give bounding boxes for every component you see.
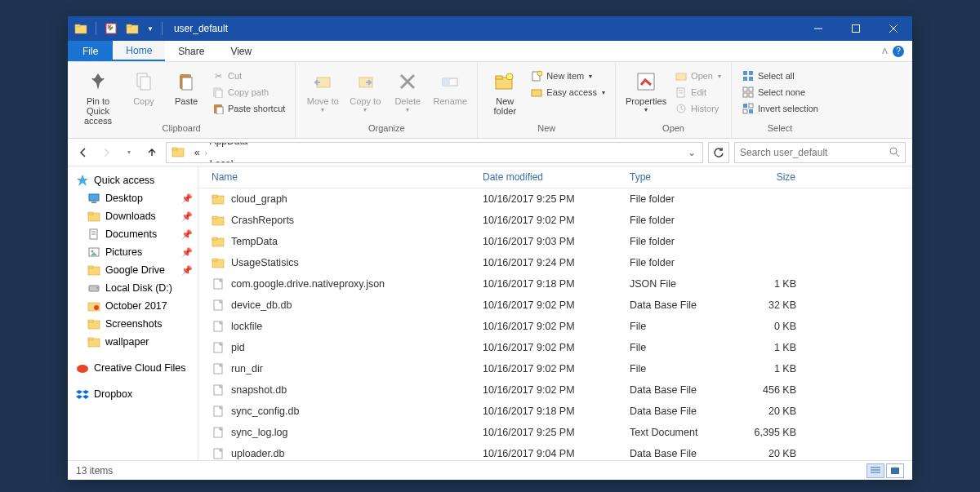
file-list[interactable]: Name Date modified Type Size cloud_graph… — [198, 166, 912, 460]
file-name: TempData — [231, 236, 278, 247]
invert-selection-button[interactable]: Invert selection — [740, 101, 820, 116]
file-type: File folder — [623, 255, 729, 271]
paste-shortcut-button[interactable]: Paste shortcut — [210, 101, 287, 116]
new-item-button[interactable]: New item▾ — [528, 69, 607, 83]
breadcrumb-dropdown-icon[interactable]: ⌄ — [683, 147, 701, 158]
maximize-button[interactable] — [837, 16, 875, 41]
sidebar-item[interactable]: Downloads📌 — [68, 207, 198, 225]
nav-back-button[interactable] — [74, 144, 92, 162]
column-header-date[interactable]: Date modified — [476, 166, 623, 188]
new-folder-button[interactable]: New folder — [486, 67, 523, 116]
file-icon — [212, 256, 225, 269]
nav-forward-button[interactable] — [97, 144, 115, 162]
svg-rect-42 — [749, 93, 753, 97]
properties-button[interactable]: Properties▾ — [624, 67, 668, 113]
tab-home[interactable]: Home — [113, 41, 165, 61]
file-row[interactable]: cloud_graph10/16/2017 9:25 PMFile folder — [198, 188, 912, 210]
file-type: File folder — [623, 191, 729, 207]
collapse-ribbon-icon[interactable]: ᐱ — [882, 47, 888, 55]
breadcrumb-item[interactable]: Local — [205, 158, 279, 163]
file-row[interactable]: sync_config.db10/16/2017 9:18 PMData Bas… — [198, 401, 912, 422]
sidebar-item[interactable]: Pictures📌 — [68, 243, 198, 261]
file-row[interactable]: CrashReports10/16/2017 9:02 PMFile folde… — [198, 210, 912, 231]
file-row[interactable]: sync_log.log10/16/2017 9:25 PMText Docum… — [198, 422, 912, 443]
sidebar-item-icon — [87, 317, 100, 330]
sidebar-item[interactable]: October 2017 — [68, 297, 198, 315]
search-input[interactable] — [740, 147, 889, 158]
svg-rect-91 — [891, 468, 899, 474]
ribbon-caption-new: New — [537, 121, 555, 136]
easy-access-button[interactable]: Easy access▾ — [528, 85, 607, 100]
file-row[interactable]: TempData10/16/2017 9:03 PMFile folder — [198, 231, 912, 252]
sidebar-item[interactable]: Documents📌 — [68, 225, 198, 243]
history-button[interactable]: History — [673, 101, 723, 116]
select-all-button[interactable]: Select all — [740, 69, 820, 83]
file-row[interactable]: device_db.db10/16/2017 9:02 PMData Base … — [198, 295, 912, 316]
sidebar-item[interactable]: wallpaper — [68, 333, 198, 351]
sidebar-item-label: Pictures — [105, 246, 142, 258]
file-row[interactable]: snapshot.db10/16/2017 9:02 PMData Base F… — [198, 379, 912, 401]
nav-up-button[interactable] — [143, 144, 161, 162]
folder-icon[interactable] — [126, 22, 139, 35]
svg-rect-51 — [89, 194, 99, 201]
view-details-button[interactable] — [866, 463, 884, 478]
file-row[interactable]: pid10/16/2017 9:02 PMFile1 KB — [198, 337, 912, 358]
tab-view[interactable]: View — [217, 41, 265, 61]
file-row[interactable]: lockfile10/16/2017 9:02 PMFile0 KB — [198, 316, 912, 337]
qat-dropdown-icon[interactable]: ▼ — [147, 25, 154, 33]
column-header-size[interactable]: Size — [729, 166, 803, 188]
copy-button[interactable]: Copy — [125, 67, 163, 106]
pin-to-quick-access-button[interactable]: Pin to Quick access — [76, 67, 120, 126]
breadcrumb-item[interactable]: AppData — [205, 142, 279, 147]
sidebar-item-icon — [87, 192, 100, 205]
edit-button[interactable]: Edit — [673, 85, 723, 100]
tab-file[interactable]: File — [68, 41, 113, 61]
file-row[interactable]: UsageStatisics10/16/2017 9:24 PMFile fol… — [198, 252, 912, 273]
sidebar-item[interactable]: Screenshots — [68, 315, 198, 333]
column-header-name[interactable]: Name — [198, 166, 476, 188]
svg-point-25 — [506, 73, 513, 80]
paste-button[interactable]: Paste — [167, 67, 205, 106]
tab-share[interactable]: Share — [165, 41, 217, 61]
close-button[interactable] — [875, 16, 912, 41]
sidebar-item[interactable]: Desktop📌 — [68, 189, 198, 207]
help-icon[interactable]: ? — [893, 46, 904, 57]
ribbon-group-open: Properties▾ Open▾ Edit History Open — [616, 62, 732, 138]
file-size: 20 KB — [729, 403, 803, 419]
move-to-button[interactable]: Move to▾ — [304, 67, 341, 113]
sidebar-item[interactable]: Local Disk (D:) — [68, 279, 198, 297]
view-large-icons-button[interactable] — [886, 463, 904, 478]
crumb-overflow[interactable]: « — [189, 147, 205, 158]
chevron-right-icon: › — [205, 149, 207, 157]
file-date: 10/16/2017 9:02 PM — [476, 297, 623, 313]
sidebar-quick-access[interactable]: Quick access — [68, 171, 198, 189]
refresh-button[interactable] — [708, 142, 729, 163]
copy-to-button[interactable]: Copy to▾ — [346, 67, 384, 113]
nav-recent-button[interactable]: ▾ — [120, 144, 138, 162]
minimize-button[interactable] — [800, 16, 837, 41]
select-none-button[interactable]: Select none — [740, 85, 820, 100]
sidebar-item-icon — [87, 228, 100, 241]
file-row[interactable]: com.google.drive.nativeproxy.json10/16/2… — [198, 273, 912, 295]
properties-icon[interactable] — [105, 22, 118, 35]
sidebar-dropbox[interactable]: Dropbox — [68, 385, 198, 403]
sidebar-item-icon — [87, 264, 100, 277]
menu-bar: File Home Share View ᐱ ? — [68, 41, 912, 62]
sidebar-creative-cloud[interactable]: Creative Cloud Files — [68, 359, 198, 377]
pin-icon: 📌 — [181, 247, 196, 258]
file-row[interactable]: uploader.db10/16/2017 9:04 PMData Base F… — [198, 443, 912, 460]
navigation-pane[interactable]: Quick access Desktop📌Downloads📌Documents… — [68, 166, 198, 460]
copy-path-button[interactable]: Copy path — [210, 85, 287, 100]
open-button[interactable]: Open▾ — [673, 69, 723, 83]
column-header-type[interactable]: Type — [623, 166, 729, 188]
search-box[interactable] — [734, 142, 906, 163]
delete-button[interactable]: Delete▾ — [389, 67, 426, 113]
cut-button[interactable]: ✂Cut — [210, 69, 287, 83]
breadcrumb[interactable]: « Local Disk (C:)›Users›fatiw›AppData›Lo… — [166, 142, 703, 163]
sidebar-item[interactable]: Google Drive📌 — [68, 261, 198, 279]
rename-button[interactable]: Rename — [431, 67, 469, 106]
file-row[interactable]: run_dir10/16/2017 9:02 PMFile1 KB — [198, 358, 912, 379]
svg-rect-28 — [532, 90, 541, 96]
file-icon — [212, 193, 225, 206]
history-icon — [675, 102, 688, 115]
